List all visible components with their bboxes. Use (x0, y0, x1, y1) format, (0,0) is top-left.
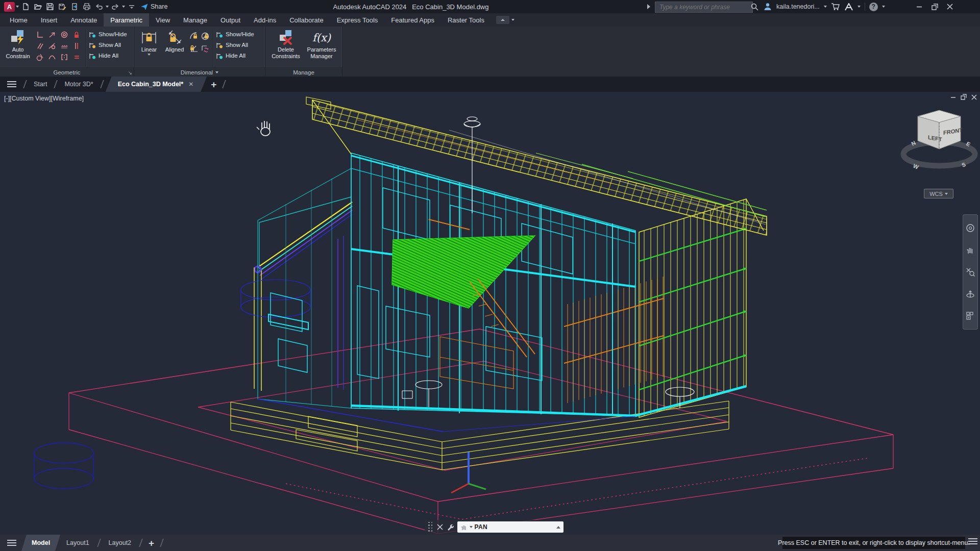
tab-home[interactable]: Home (3, 13, 34, 27)
tab-add-ins[interactable]: Add-ins (247, 13, 283, 27)
command-input[interactable]: PAN (457, 521, 564, 533)
coincident-constraint-icon[interactable] (48, 31, 56, 39)
restore-button[interactable] (927, 0, 942, 13)
qat-customize-button[interactable] (126, 1, 137, 12)
redo-button[interactable] (110, 1, 121, 12)
pan-tool-icon[interactable] (966, 245, 975, 255)
cart-icon[interactable] (831, 3, 840, 11)
dimensional-hide-all-button[interactable]: Hide All (215, 51, 257, 60)
undo-button[interactable] (93, 1, 105, 12)
viewport-menu-control[interactable]: [-] (4, 95, 10, 102)
nav-wheel-icon[interactable] (966, 223, 975, 233)
command-dock-grip[interactable] (428, 522, 433, 533)
plot-button[interactable] (81, 1, 92, 12)
symmetric-constraint-icon[interactable] (60, 53, 68, 61)
status-menu-icon[interactable] (7, 540, 16, 546)
smooth-constraint-icon[interactable] (48, 53, 56, 61)
dimensional-panel-caret-icon[interactable] (215, 71, 218, 73)
command-options-caret-icon[interactable] (470, 526, 473, 528)
autocad-logo[interactable]: A (4, 2, 15, 12)
tab-annotate[interactable]: Annotate (64, 13, 104, 27)
autodesk-a-icon[interactable] (844, 3, 853, 11)
convert-constraint-icon[interactable] (201, 44, 210, 53)
status-customize-icon[interactable] (968, 538, 977, 544)
wcs-dropdown[interactable]: WCS (924, 189, 953, 198)
ribbon-display-toggle[interactable] (496, 13, 514, 27)
tangent-circle-constraint-icon[interactable] (36, 53, 44, 61)
tab-output[interactable]: Output (214, 13, 247, 27)
parameters-manager-button[interactable]: f(x) ParametersManager (304, 28, 339, 60)
tab-view[interactable]: View (149, 13, 177, 27)
app-menu-caret-icon[interactable] (16, 6, 19, 8)
linear-dimension-button[interactable]: Linear (137, 28, 161, 56)
share-button[interactable]: Share (138, 1, 169, 12)
geometric-panel-title[interactable]: Geometric ↘ (0, 67, 134, 77)
layout2-tab[interactable]: Layout2 (103, 535, 137, 551)
file-tabs-menu-icon[interactable] (7, 81, 16, 87)
perpendicular-constraint-icon[interactable] (36, 31, 44, 39)
file-tab-eco-cabin[interactable]: Eco Cabin_3D Model* ✕ (106, 77, 207, 92)
tab-featured-apps[interactable]: Featured Apps (384, 13, 441, 27)
vertical-constraint-icon[interactable] (72, 42, 81, 50)
viewport-view-control[interactable]: [Custom View] (10, 95, 51, 102)
zoom-tool-icon[interactable] (966, 267, 975, 277)
dimensional-show-hide-button[interactable]: Show/Hide (215, 30, 257, 39)
tab-manage[interactable]: Manage (177, 13, 214, 27)
model-tab[interactable]: Model (21, 535, 60, 551)
viewport-minimize-icon[interactable] (950, 94, 956, 100)
dimensional-show-all-button[interactable]: Show All (215, 40, 257, 49)
geometric-show-all-button[interactable]: Show All (88, 40, 130, 49)
tangent-constraint-icon[interactable] (48, 42, 56, 50)
drawing-canvas[interactable]: [-] [Custom View] [Wireframe] N E S W LE… (0, 92, 980, 535)
concentric-constraint-icon[interactable] (60, 31, 68, 39)
search-box[interactable] (655, 2, 753, 13)
open-file-button[interactable] (32, 1, 43, 12)
auto-constrain-button[interactable]: AutoConstrain (3, 28, 33, 60)
minimize-button[interactable] (912, 0, 927, 13)
tab-raster-tools[interactable]: Raster Tools (441, 13, 491, 27)
command-customize-icon[interactable] (447, 523, 454, 531)
search-icon[interactable] (750, 3, 759, 11)
collinear-constraint-icon[interactable] (60, 42, 68, 50)
viewport-close-icon[interactable] (971, 94, 977, 100)
geometric-show-hide-button[interactable]: Show/Hide (88, 30, 130, 39)
viewcube[interactable]: N E S W LEFT FRONT (899, 105, 979, 182)
search-expand-icon[interactable] (647, 4, 650, 9)
help-icon[interactable]: ? (869, 3, 878, 11)
layout1-tab[interactable]: Layout1 (60, 535, 95, 551)
viewport-visual-style-control[interactable]: [Wireframe] (51, 95, 84, 102)
tab-collaborate[interactable]: Collaborate (283, 13, 330, 27)
geometric-hide-all-button[interactable]: Hide All (88, 51, 130, 60)
user-avatar-icon[interactable] (763, 2, 772, 11)
close-tab-icon[interactable]: ✕ (188, 81, 193, 88)
file-tab-start[interactable]: Start (29, 77, 52, 92)
viewport-restore-icon[interactable] (961, 94, 967, 100)
search-input[interactable] (658, 3, 749, 11)
tab-parametric[interactable]: Parametric (104, 13, 149, 27)
diameter-constraint-icon[interactable] (201, 32, 210, 41)
ribbon-toggle-caret-icon[interactable] (511, 19, 514, 21)
user-menu-caret-icon[interactable] (824, 6, 827, 8)
save-button[interactable] (44, 1, 56, 12)
orbit-tool-icon[interactable] (966, 289, 975, 298)
aligned-dimension-button[interactable]: Aligned (161, 28, 188, 53)
parallel-constraint-icon[interactable] (36, 42, 44, 50)
help-caret-icon[interactable] (882, 6, 885, 8)
fix-constraint-icon[interactable] (72, 31, 81, 39)
tab-insert[interactable]: Insert (34, 13, 64, 27)
linear-caret-icon[interactable] (148, 54, 151, 56)
command-history-caret-icon[interactable] (556, 526, 560, 529)
manage-panel-title[interactable]: Manage (265, 67, 342, 77)
delete-constraints-button[interactable]: DeleteConstraints (270, 28, 302, 60)
open-from-web-button[interactable] (69, 1, 80, 12)
file-tab-motor3d[interactable]: Motor 3D* (59, 77, 98, 92)
redo-caret-icon[interactable] (122, 6, 125, 8)
command-close-icon[interactable] (437, 524, 443, 530)
dimensional-panel-title[interactable]: Dimensional (134, 67, 265, 77)
tab-express-tools[interactable]: Express Tools (330, 13, 385, 27)
username-label[interactable]: kaila.tenedori... (776, 3, 820, 10)
geometric-launcher-icon[interactable]: ↘ (128, 70, 132, 76)
new-file-button[interactable] (20, 1, 31, 12)
new-drawing-button[interactable]: + (211, 80, 216, 89)
arc-length-constraint-icon[interactable] (189, 32, 199, 41)
